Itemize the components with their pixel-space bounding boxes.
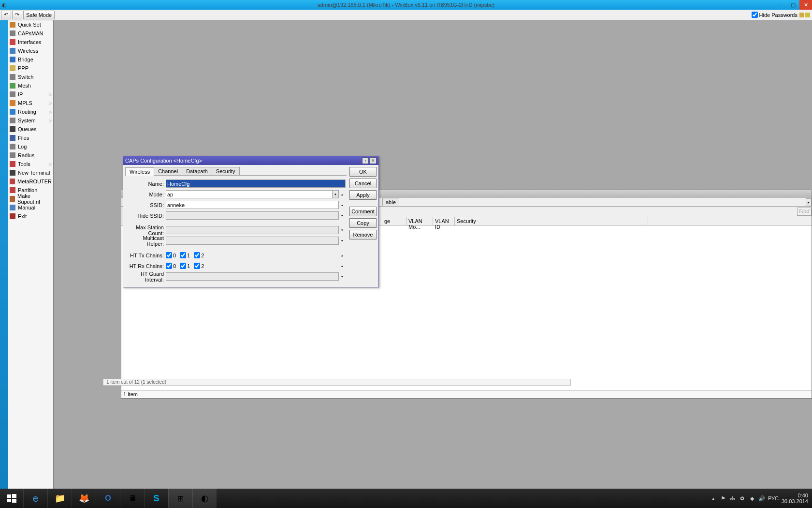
bgwin-tab[interactable]: able	[382, 198, 399, 206]
ht-tx-0-checkbox[interactable]	[166, 252, 172, 258]
close-button[interactable]: ✕	[799, 0, 812, 10]
tray-icon1[interactable]: ✿	[739, 495, 746, 502]
mode-collapse-button[interactable]: ▴	[339, 190, 346, 198]
cancel-button[interactable]: Cancel	[349, 179, 377, 188]
mode-select[interactable]: ap	[166, 190, 333, 198]
bgwin-scroll-button[interactable]: ▸	[806, 198, 812, 206]
sidebar-item-tools[interactable]: Tools▷	[8, 160, 53, 168]
sidebar-item-switch[interactable]: Switch	[8, 73, 53, 81]
sidebar-item-system[interactable]: System▷	[8, 116, 53, 125]
hide-ssid-expand-button[interactable]: ▾	[339, 211, 346, 220]
sidebar-item-label: Quick Set	[18, 22, 41, 28]
sidebar-item-radius[interactable]: Radius	[8, 151, 53, 160]
sidebar-item-label: Files	[18, 135, 29, 141]
sidebar-icon	[10, 91, 15, 97]
ht-rx-0-checkbox[interactable]	[166, 263, 172, 269]
safe-mode-button[interactable]: Safe Mode	[23, 11, 55, 19]
dialog-tab-wireless[interactable]: Wireless	[125, 167, 154, 176]
sidebar-item-metarouter[interactable]: MetaROUTER	[8, 177, 53, 186]
multicast-input[interactable]	[166, 237, 339, 245]
max-station-input[interactable]	[166, 226, 339, 234]
multicast-expand-button[interactable]: ▾	[339, 237, 346, 245]
dialog-titlebar[interactable]: CAPs Configuration <HomeCfg> ▫ ✕	[123, 156, 378, 165]
column-header[interactable]: Security	[455, 217, 648, 225]
tray-volume-icon[interactable]: 🔊	[758, 495, 765, 502]
taskbar-outlook[interactable]: O	[96, 489, 120, 508]
ht-rx-chains: 0 1 2	[166, 263, 339, 269]
undo-button[interactable]: ↶	[1, 11, 11, 19]
tray-language[interactable]: РУС	[768, 495, 779, 501]
tray-network-icon[interactable]: 🖧	[729, 495, 736, 502]
svg-rect-3	[12, 499, 16, 503]
column-header[interactable]: VLAN ID	[433, 217, 455, 225]
window-title: admin@192.168.0.1 (MikroTik) - WinBox v6…	[318, 2, 495, 8]
ht-rx-2-checkbox[interactable]	[194, 263, 200, 269]
column-header[interactable]: ge	[382, 217, 406, 225]
dialog-close-button[interactable]: ✕	[370, 157, 377, 164]
mode-dropdown-button[interactable]: ▾	[332, 190, 339, 198]
tray-icon2[interactable]: ◆	[749, 495, 755, 502]
sidebar-item-log[interactable]: Log	[8, 142, 53, 151]
sidebar-item-exit[interactable]: Exit	[8, 212, 53, 221]
taskbar-explorer[interactable]: 📁	[47, 489, 72, 508]
ht-tx-collapse-button[interactable]: ▴	[339, 251, 346, 259]
comment-button[interactable]: Comment	[349, 207, 377, 216]
sidebar-icon	[10, 39, 15, 45]
sidebar-item-bridge[interactable]: Bridge	[8, 55, 53, 64]
taskbar-app1[interactable]: 🖥	[120, 489, 144, 508]
tray-expand-icon[interactable]: ▴	[710, 495, 717, 502]
hide-ssid-input[interactable]	[166, 211, 339, 220]
sidebar-item-quick-set[interactable]: Quick Set	[8, 20, 53, 29]
taskbar-firefox[interactable]: 🦊	[72, 489, 96, 508]
sidebar-item-make-supout-rif[interactable]: Make Supout.rif	[8, 194, 53, 203]
sidebar-item-wireless[interactable]: Wireless	[8, 46, 53, 55]
redo-button[interactable]: ↷	[12, 11, 22, 19]
ssid-collapse-button[interactable]: ▴	[339, 201, 346, 209]
ht-guard-label: HT Guard Interval:	[126, 271, 166, 283]
find-input[interactable]: Find	[797, 208, 812, 216]
sidebar-item-queues[interactable]: Queues	[8, 125, 53, 134]
taskbar-ie[interactable]: e	[23, 489, 47, 508]
ht-rx-1-checkbox[interactable]	[180, 263, 186, 269]
max-station-expand-button[interactable]: ▾	[339, 226, 346, 234]
ssid-input[interactable]: anneke	[166, 201, 339, 209]
dialog-tab-datapath[interactable]: Datapath	[182, 167, 212, 175]
start-button[interactable]	[0, 489, 23, 508]
taskbar-app2[interactable]: ⊞	[168, 489, 192, 508]
tray-flag-icon[interactable]: ⚑	[720, 495, 726, 502]
copy-button[interactable]: Copy	[349, 218, 377, 228]
sidebar-item-ip[interactable]: IP▷	[8, 90, 53, 99]
column-header[interactable]: VLAN Mo...	[406, 217, 433, 225]
sidebar-item-mpls[interactable]: MPLS▷	[8, 99, 53, 107]
apply-button[interactable]: Apply	[349, 190, 377, 200]
ht-rx-collapse-button[interactable]: ▴	[339, 262, 346, 270]
sidebar-item-ppp[interactable]: PPP	[8, 64, 53, 73]
ht-tx-2-checkbox[interactable]	[194, 252, 200, 258]
tray-clock[interactable]: 0:40 30.03.2014	[782, 493, 808, 504]
sidebar-item-label: Queues	[18, 126, 37, 132]
dialog-tab-security[interactable]: Security	[212, 167, 240, 175]
sidebar-item-label: Tools	[18, 161, 30, 167]
name-input[interactable]: HomeCfg	[166, 179, 346, 188]
hide-passwords-checkbox[interactable]: Hide Passwords	[752, 12, 798, 18]
sidebar-item-new-terminal[interactable]: New Terminal	[8, 168, 53, 177]
ht-tx-1-checkbox[interactable]	[180, 252, 186, 258]
ht-guard-expand-button[interactable]: ▾	[339, 272, 346, 281]
sidebar-item-mesh[interactable]: Mesh	[8, 81, 53, 90]
dialog-tab-channel[interactable]: Channel	[154, 167, 182, 175]
sidebar-icon	[10, 30, 15, 36]
ht-guard-input[interactable]	[166, 272, 339, 281]
sidebar-item-interfaces[interactable]: Interfaces	[8, 38, 53, 46]
taskbar-skype[interactable]: S	[144, 489, 168, 508]
ssid-label: SSID:	[126, 202, 166, 208]
remove-button[interactable]: Remove	[349, 230, 377, 239]
sidebar-item-manual[interactable]: Manual	[8, 203, 53, 212]
sidebar-item-capsman[interactable]: CAPsMAN	[8, 29, 53, 38]
minimize-button[interactable]: ─	[774, 0, 787, 10]
sidebar-item-files[interactable]: Files	[8, 134, 53, 142]
sidebar-item-routing[interactable]: Routing▷	[8, 107, 53, 116]
taskbar-winbox[interactable]: ◐	[192, 489, 217, 508]
dialog-maximize-button[interactable]: ▫	[362, 157, 369, 164]
maximize-button[interactable]: ▢	[787, 0, 799, 10]
ok-button[interactable]: OK	[349, 167, 377, 177]
